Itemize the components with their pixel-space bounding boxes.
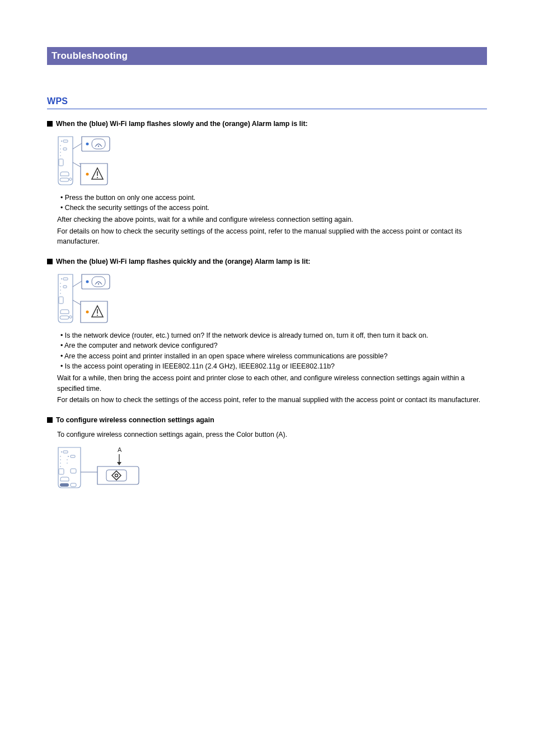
- svg-rect-1: [63, 140, 68, 142]
- svg-rect-37: [63, 451, 68, 453]
- svg-rect-25: [59, 297, 63, 304]
- list-item: Press the button on only one access poin…: [59, 193, 487, 203]
- svg-point-39: [60, 459, 61, 460]
- banner-title: Troubleshooting: [51, 50, 128, 61]
- subsection-1-heading: When the (blue) Wi-Fi lamp flashes slowl…: [56, 119, 308, 129]
- wifi-icon: [92, 139, 105, 149]
- printer-outline-icon: [58, 274, 73, 323]
- svg-point-36: [61, 451, 62, 452]
- svg-line-10: [73, 143, 82, 149]
- svg-point-9: [69, 178, 72, 180]
- wifi-lamp-callout: [73, 274, 110, 289]
- svg-point-17: [97, 177, 98, 178]
- printer-lamp-diagram-1: [57, 134, 487, 187]
- svg-point-0: [61, 141, 62, 142]
- svg-rect-6: [63, 148, 67, 150]
- svg-line-14: [73, 162, 81, 167]
- svg-point-41: [60, 466, 61, 467]
- bullet-square-icon: [47, 121, 53, 127]
- list-item: Is the network device (router, etc.) tur…: [59, 330, 487, 341]
- alarm-icon: [92, 168, 103, 179]
- paragraph: After checking the above points, wait fo…: [57, 214, 487, 225]
- subsection-1-list: Press the button on only one access poin…: [57, 193, 487, 213]
- svg-rect-7: [59, 159, 63, 166]
- color-button-diagram: A: [57, 445, 487, 489]
- svg-point-21: [60, 286, 61, 287]
- subsection-3-body: To configure wireless connection setting…: [57, 430, 487, 489]
- svg-rect-46: [59, 469, 64, 474]
- svg-point-42: [68, 456, 69, 457]
- svg-point-3: [60, 148, 61, 150]
- list-item: Is the access point operating in IEEE802…: [59, 361, 487, 372]
- svg-point-13: [98, 146, 99, 147]
- alarm-icon: [92, 306, 103, 317]
- svg-point-23: [60, 293, 61, 294]
- wifi-lamp-callout: [73, 137, 110, 151]
- svg-line-28: [73, 281, 82, 287]
- svg-rect-49: [71, 483, 76, 487]
- svg-point-4: [60, 152, 61, 153]
- svg-point-18: [61, 278, 62, 279]
- subsection-2-list: Is the network device (router, etc.) tur…: [57, 330, 487, 372]
- svg-point-33: [86, 310, 89, 313]
- bullet-square-icon: [47, 417, 53, 423]
- subsection-2-heading-row: When the (blue) Wi-Fi lamp flashes quick…: [47, 257, 487, 267]
- svg-point-20: [60, 283, 61, 284]
- paragraph: For details on how to check the settings…: [57, 395, 487, 405]
- svg-point-5: [60, 155, 61, 156]
- svg-point-27: [69, 315, 72, 318]
- svg-line-32: [73, 300, 81, 305]
- printer-outline-icon: [58, 447, 81, 488]
- subsection-2-body: Is the network device (router, etc.) tur…: [57, 272, 487, 405]
- printer-outline-icon: [58, 137, 73, 185]
- alarm-lamp-callout: [73, 300, 107, 323]
- label-a: A: [118, 446, 122, 453]
- svg-point-38: [60, 456, 61, 457]
- color-start-icon: [112, 471, 121, 480]
- svg-rect-48: [60, 483, 69, 487]
- svg-point-53: [115, 474, 118, 477]
- alarm-lamp-callout: [73, 162, 107, 185]
- subsection-1-heading-row: When the (blue) Wi-Fi lamp flashes slowl…: [47, 119, 487, 129]
- svg-point-31: [98, 283, 99, 284]
- list-item: Are the access point and printer install…: [59, 351, 487, 362]
- paragraph: For details on how to check the security…: [57, 226, 487, 247]
- svg-point-22: [60, 290, 61, 291]
- svg-point-35: [97, 315, 98, 316]
- svg-point-45: [67, 463, 68, 464]
- svg-point-2: [60, 145, 61, 146]
- wifi-icon: [92, 277, 105, 287]
- paragraph: To configure wireless connection setting…: [57, 430, 487, 440]
- subsection-1-body: Press the button on only one access poin…: [57, 134, 487, 247]
- subsection-3-heading-row: To configure wireless connection setting…: [47, 416, 487, 425]
- svg-point-40: [60, 463, 61, 464]
- bullet-square-icon: [47, 259, 53, 264]
- subsection-2-heading: When the (blue) Wi-Fi lamp flashes quick…: [56, 257, 311, 267]
- svg-point-29: [86, 280, 89, 283]
- banner: Troubleshooting: [47, 47, 487, 65]
- printer-lamp-diagram-2: [57, 272, 487, 325]
- svg-rect-19: [63, 278, 68, 280]
- paragraph: Wait for a while, then bring the access …: [57, 373, 487, 394]
- list-item: Are the computer and network device conf…: [59, 340, 487, 351]
- svg-rect-24: [63, 286, 67, 288]
- svg-point-15: [86, 172, 89, 175]
- svg-rect-26: [60, 316, 69, 319]
- svg-rect-43: [71, 455, 75, 458]
- section-title: WPS: [47, 96, 487, 109]
- subsection-3-heading: To configure wireless connection setting…: [56, 416, 214, 425]
- svg-point-44: [67, 459, 68, 460]
- svg-rect-47: [71, 469, 76, 473]
- color-button-callout: [81, 466, 139, 484]
- list-item: Check the security settings of the acces…: [59, 203, 487, 213]
- svg-point-11: [86, 142, 89, 145]
- svg-rect-8: [60, 178, 69, 181]
